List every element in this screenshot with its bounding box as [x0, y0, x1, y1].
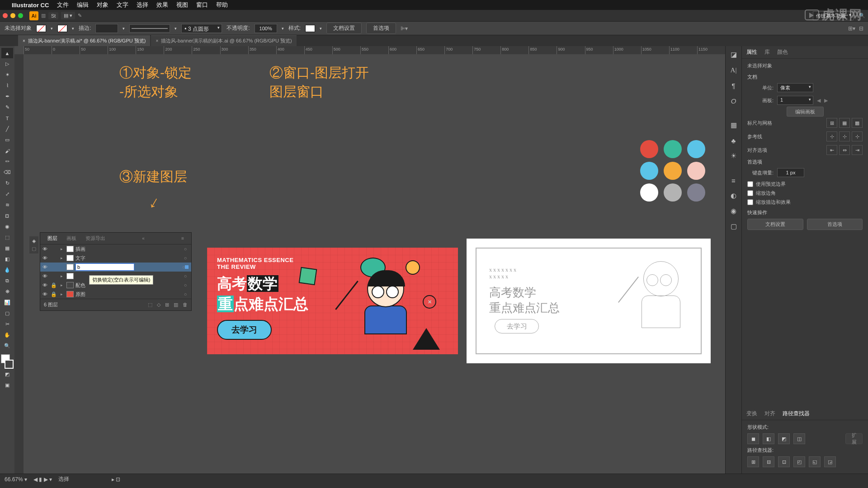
stock-icon[interactable]: St [48, 12, 58, 19]
edit-artboards-button[interactable]: 编辑画板 [787, 107, 824, 117]
curvature-tool-icon[interactable]: ✎ [1, 102, 13, 113]
layer-name[interactable]: 插画 [75, 246, 179, 253]
new-layer-icon[interactable]: ▥ [174, 302, 178, 308]
document-tab[interactable]: ×描边风-banner演示稿.ai* @ 66.67% (RGB/GPU 预览) [18, 35, 150, 46]
symbol-sprayer-tool-icon[interactable]: ❋ [1, 286, 13, 297]
pref-button[interactable]: 首选项 [807, 219, 863, 230]
panel-expand-icon[interactable]: ⊟ [859, 25, 863, 32]
color-tab[interactable]: 颜色 [777, 48, 788, 56]
target-icon[interactable]: ○ [179, 291, 191, 297]
asset-export-tab[interactable]: 资源导出 [81, 235, 110, 242]
magic-wand-tool-icon[interactable]: ✶ [1, 70, 13, 80]
visibility-toggle-icon[interactable]: 👁 [40, 246, 49, 252]
align-flyout-icon[interactable]: ⊫▾ [401, 25, 408, 32]
artboards-tab[interactable]: 画板 [62, 235, 81, 242]
target-icon[interactable]: ○ [179, 264, 191, 270]
unit-select[interactable]: 像素 [777, 83, 813, 92]
column-graph-tool-icon[interactable]: 📊 [1, 297, 13, 308]
gradient-tool-icon[interactable]: ◧ [1, 254, 13, 264]
clipping-mask-icon[interactable]: ◇ [157, 302, 160, 308]
libraries-tab[interactable]: 库 [764, 48, 770, 56]
type-tool-icon[interactable]: T [1, 113, 13, 123]
key-increment-input[interactable] [777, 168, 804, 177]
exclude-icon[interactable]: ◫ [793, 433, 805, 444]
properties-tab[interactable]: 属性 [746, 48, 757, 56]
menu-window[interactable]: 窗口 [196, 1, 208, 9]
menu-view[interactable]: 视图 [176, 1, 188, 9]
align-tab[interactable]: 对齐 [764, 410, 775, 418]
scale-strokes-checkbox[interactable] [747, 199, 753, 205]
guides-toggle-icon[interactable]: ⊹ [826, 131, 837, 141]
pencil-tool-icon[interactable]: ✏ [1, 156, 13, 167]
eyedropper-tool-icon[interactable]: 💧 [1, 265, 13, 275]
visibility-toggle-icon[interactable]: 👁 [40, 291, 49, 297]
scale-corners-checkbox[interactable] [747, 190, 753, 196]
lasso-tool-icon[interactable]: ⌇ [1, 80, 13, 91]
preferences-button[interactable]: 首选项 [366, 23, 396, 34]
canvas-area[interactable]: 5005010015020025030035040045050055060065… [14, 46, 725, 474]
layer-row[interactable]: 👁▸插画○ [40, 244, 191, 253]
stroke-profile-select[interactable]: • 3 点圆形 [181, 24, 222, 33]
menu-edit[interactable]: 编辑 [77, 1, 89, 9]
expand-icon[interactable]: ▸ [58, 283, 65, 287]
panel-toggle-icon[interactable]: ⊞▾ [848, 25, 855, 32]
stroke-weight-input[interactable] [95, 24, 118, 33]
document-tab[interactable]: ×描边风-banner演示稿的副本.ai @ 66.67% (RGB/GPU 预… [151, 35, 296, 46]
lock-toggle-icon[interactable]: 🔒 [49, 291, 58, 297]
minus-back-icon[interactable]: ◲ [824, 456, 836, 467]
style-swatch[interactable] [305, 25, 315, 32]
perspective-tool-icon[interactable]: ⬚ [1, 232, 13, 243]
panel-paragraph-icon[interactable]: ¶ [729, 80, 739, 90]
menu-file[interactable]: 文件 [57, 1, 69, 9]
panel-menu-icon[interactable]: ≡ [177, 236, 189, 241]
gpu-icon[interactable]: ✎ [78, 13, 82, 19]
panel-transparency-icon[interactable]: ◉ [729, 206, 739, 216]
free-transform-tool-icon[interactable]: ⛋ [1, 211, 13, 221]
rotate-tool-icon[interactable]: ↻ [1, 178, 13, 188]
expand-icon[interactable]: ▸ [58, 247, 65, 251]
pathfinder-tab[interactable]: 路径查找器 [783, 410, 810, 418]
stroke-preview[interactable] [129, 24, 170, 33]
artboard-select[interactable]: 1 [777, 96, 813, 105]
layer-name[interactable]: 文字 [75, 255, 179, 262]
layers-tab[interactable]: 图层 [43, 235, 62, 242]
merge-icon[interactable]: ⊡ [778, 456, 790, 467]
target-icon[interactable]: ○ [179, 273, 191, 279]
tab-close-icon[interactable]: × [23, 38, 25, 43]
minus-front-icon[interactable]: ◧ [763, 433, 774, 444]
outline-icon[interactable]: ◱ [809, 456, 821, 467]
stroke-swatch[interactable] [57, 25, 67, 32]
layer-row[interactable]: 👁▸文字○ [40, 253, 191, 263]
shape-builder-tool-icon[interactable]: ◉ [1, 221, 13, 232]
pen-tool-icon[interactable]: ✒ [1, 91, 13, 102]
expand-icon[interactable]: ▸ [58, 292, 65, 296]
visibility-toggle-icon[interactable]: 👁 [40, 282, 49, 288]
mesh-tool-icon[interactable]: ▦ [1, 243, 13, 253]
doc-setup-button[interactable]: 文档设置 [747, 219, 803, 230]
panel-stroke-icon[interactable]: ≡ [729, 175, 739, 185]
panel-brushes-icon[interactable]: ♣ [729, 136, 739, 145]
menu-help[interactable]: 帮助 [216, 1, 228, 9]
screen-mode-icon[interactable]: ▣ [1, 380, 13, 390]
grid-icon[interactable]: ▦ [839, 118, 850, 128]
artboard-tool-icon[interactable]: ▢ [1, 308, 13, 319]
artboard-nav[interactable]: ◀ ▮ ▶ ▾ [33, 476, 52, 483]
opacity-input[interactable] [255, 24, 277, 33]
expand-icon[interactable]: ▸ [58, 274, 65, 278]
trim-icon[interactable]: ⊟ [763, 456, 774, 467]
panel-swatches-icon[interactable]: ▦ [729, 120, 739, 130]
eraser-tool-icon[interactable]: ⌫ [1, 167, 13, 178]
menu-effect[interactable]: 效果 [156, 1, 168, 9]
fill-swatch[interactable] [36, 25, 46, 32]
expand-icon[interactable]: ▸ [58, 256, 65, 260]
guides-lock-icon[interactable]: ⊹ [839, 131, 850, 141]
divide-icon[interactable]: ⊞ [747, 456, 759, 467]
lock-toggle-icon[interactable]: 🔒 [49, 282, 58, 288]
menu-type[interactable]: 文字 [117, 1, 128, 9]
transparency-grid-icon[interactable]: ▩ [852, 118, 863, 128]
panel-character-icon[interactable]: A| [729, 65, 739, 75]
artboards-icon[interactable]: ▢ [32, 246, 36, 252]
color-mode-icon[interactable]: ◩ [1, 369, 13, 380]
unite-icon[interactable]: ◼ [747, 433, 759, 444]
arrange-button[interactable]: ▤ ▾ [61, 12, 75, 19]
